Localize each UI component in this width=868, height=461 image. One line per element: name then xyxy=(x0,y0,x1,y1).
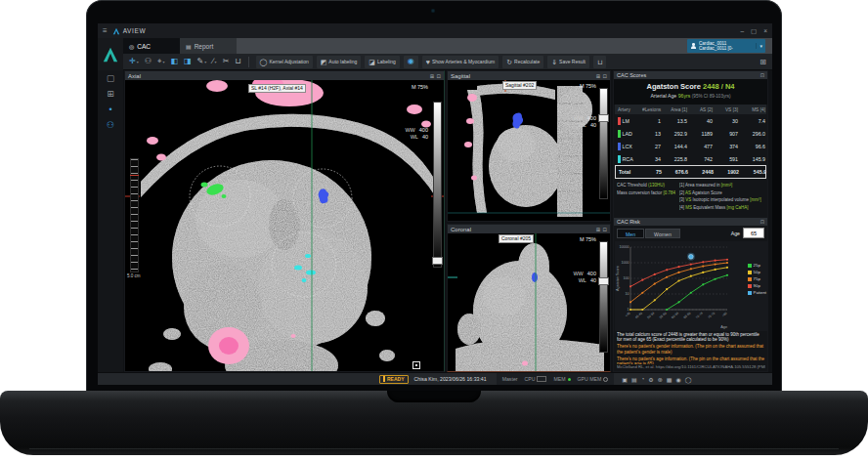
labeling-button[interactable]: ◪Labeling xyxy=(365,56,400,68)
flag-brush-tool[interactable]: ◨ xyxy=(182,56,194,68)
chevron-down-icon[interactable]: ▾ xyxy=(756,43,762,49)
coronal-image-area[interactable]: Coronal #205 M 75% WW400 WL40 xyxy=(448,233,610,371)
fullscreen-icon[interactable]: ⊡ xyxy=(436,73,441,79)
fullscreen-icon[interactable]: ⊡ xyxy=(602,227,607,232)
level-bar-handle[interactable] xyxy=(598,277,609,285)
axial-image-area[interactable]: SL #14 (H2F), Axial #14 M 75% WW400 WL40… xyxy=(125,80,444,371)
maximize-button[interactable]: ▢ xyxy=(751,27,757,35)
patient-info-icon[interactable]: ⚇ xyxy=(107,121,114,130)
save-result-button[interactable]: ⇓Save Result xyxy=(547,56,589,68)
chevron-down-icon[interactable]: ▾ xyxy=(162,60,164,64)
document-icon[interactable]: ▤ xyxy=(631,376,637,383)
gender-tab-women[interactable]: Women xyxy=(645,229,680,238)
popout-icon[interactable]: ⊞ xyxy=(596,227,601,232)
page: ≡ AVIEW – ▢ × ◎ CAC ▤ Report xyxy=(0,0,868,461)
table-cell: 225.8 xyxy=(664,156,690,162)
svg-text:45-49: 45-49 xyxy=(634,312,643,320)
viewport-axial[interactable]: Axial ⊞ ⊡ xyxy=(124,70,445,372)
capture-icon[interactable]: ▣ xyxy=(622,376,628,383)
legend-label: 50p xyxy=(754,270,760,274)
auto-labeling-button[interactable]: ◩Auto labeling xyxy=(317,56,362,68)
settings-icon[interactable]: ⚙ xyxy=(648,376,653,383)
axial-window-level-bar[interactable] xyxy=(433,102,442,268)
crosshair-tool[interactable]: ⌖▾ xyxy=(155,56,167,68)
screen-layout-icon[interactable]: ⊞ xyxy=(760,58,768,66)
expand-icon[interactable]: ⊡ xyxy=(760,72,764,78)
risk-chart: 110100100010000<4545-4950-5455-5960-6465… xyxy=(615,241,768,331)
close-button[interactable]: × xyxy=(763,27,767,35)
locator-box[interactable] xyxy=(412,361,420,369)
sagittal-window-level-bar[interactable] xyxy=(599,88,608,199)
popout-icon[interactable]: ⊞ xyxy=(430,73,435,79)
level-bar-handle[interactable] xyxy=(598,114,609,122)
main-toolbar: ✛▾⚇⌖▾◧◨✎▾∕▾✂⊔ ◯Kernel Adjustation◩Auto l… xyxy=(123,54,772,70)
coronal-window-level-bar[interactable] xyxy=(599,241,608,353)
chevron-down-icon[interactable]: ▾ xyxy=(137,60,139,64)
grid-view-layout-icon[interactable]: ⊞ xyxy=(107,90,114,99)
trash-button-icon: ⊔ xyxy=(597,59,602,65)
add-user-tool[interactable]: ⚇ xyxy=(143,56,153,68)
svg-text:75-79: 75-79 xyxy=(707,312,716,320)
sagittal-image-area[interactable]: Sagittal #202 M 75% WW400 WL40 xyxy=(448,80,610,221)
coronal-zoom-label: M 75% xyxy=(580,236,596,242)
chevron-down-icon[interactable]: ▾ xyxy=(215,60,217,64)
table-cell: 907 xyxy=(716,131,741,137)
pan-tool-icon: ✛ xyxy=(129,58,136,65)
minimize-button[interactable]: – xyxy=(740,27,744,35)
svg-text:Agatston Score: Agatston Score xyxy=(616,266,620,291)
patient-selector[interactable]: Cardiac_0011 Cardiac_0011 [0- ▾ xyxy=(687,39,765,53)
table-header-row: Artery#LesionsArea [1]AS [2]VS [3]MS [4] xyxy=(615,105,766,114)
cpu-indicator: CPU xyxy=(525,376,547,383)
pencil-tool[interactable]: ✎▾ xyxy=(195,56,209,68)
risk-message: There's no patient's age information. (T… xyxy=(617,356,765,364)
gpu-indicator: GPU MEM xyxy=(578,376,609,382)
scale-ruler[interactable] xyxy=(130,158,139,272)
power-icon[interactable]: ◯ xyxy=(685,376,692,383)
recalculate-button[interactable]: ↻Recalculate xyxy=(502,56,543,68)
viewport-sagittal[interactable]: Sagittal ⊞ ⊡ xyxy=(447,70,611,222)
ruler-position-marker[interactable] xyxy=(130,175,139,176)
show-arteries-button[interactable]: ♥Show Arteries & Myocardium xyxy=(422,56,499,68)
ai-toggle-button[interactable]: ◉ xyxy=(404,56,418,68)
svg-text:100: 100 xyxy=(624,276,629,280)
menu-icon[interactable]: ≡ xyxy=(103,26,108,35)
polygon-brush-tool[interactable]: ◧ xyxy=(168,56,180,68)
trash-button[interactable]: ⊔ xyxy=(593,56,606,68)
popout-icon[interactable]: ⊞ xyxy=(596,73,601,79)
cut-tool[interactable]: ✂ xyxy=(221,56,232,68)
age-input[interactable] xyxy=(743,228,764,238)
level-bar-handle[interactable] xyxy=(432,257,443,265)
table-cell: 13.5 xyxy=(664,118,690,124)
svg-text:<45: <45 xyxy=(625,312,631,318)
trash-tool[interactable]: ⊔ xyxy=(233,56,242,68)
table-cell: 2448 xyxy=(691,169,716,175)
table-row[interactable]: LM113.540307.4 xyxy=(615,114,766,127)
user-icon[interactable]: ◉ xyxy=(675,376,680,383)
expand-icon[interactable]: ⊡ xyxy=(760,219,764,225)
single-view-layout-icon[interactable]: ▢ xyxy=(107,74,115,83)
table-row[interactable]: RCA34225.8742591145.9 xyxy=(615,152,766,165)
viewport-coronal[interactable]: Coronal ⊞ ⊡ xyxy=(447,224,611,372)
table-header-cell: Area [1] xyxy=(664,107,690,112)
cac-scores-header: CAC Scores ⊡ xyxy=(614,71,767,79)
svg-text:1000: 1000 xyxy=(622,261,629,265)
pan-tool[interactable]: ✛▾ xyxy=(127,56,141,68)
citation[interactable]: McClelland RL, et al. https://doi.org/10… xyxy=(617,364,765,369)
history-icon[interactable]: ◔ xyxy=(641,376,645,383)
network-icon[interactable]: ⊛ xyxy=(658,376,663,383)
apps-icon[interactable]: ▦ xyxy=(667,376,673,383)
table-row[interactable]: LAD13292.91189907296.0 xyxy=(615,127,766,140)
kernel-adjustation-button[interactable]: ◯Kernel Adjustation xyxy=(256,56,313,68)
fullscreen-icon[interactable]: ⊡ xyxy=(602,73,607,79)
table-row[interactable]: LCX27144.447737496.6 xyxy=(615,140,766,152)
cac-table: Artery#LesionsArea [1]AS [2]VS [3]MS [4]… xyxy=(615,105,766,181)
chevron-down-icon[interactable]: ▾ xyxy=(204,60,206,64)
legend-item: 75p xyxy=(748,276,766,281)
patient-dot-icon[interactable]: • xyxy=(108,105,111,114)
tab-report[interactable]: ▤ Report xyxy=(180,38,237,54)
note-line: [3] VS Isotropic interpolated volume [mm… xyxy=(679,196,765,204)
tab-cac[interactable]: ◎ CAC xyxy=(123,38,180,54)
crosshair-tool-icon: ⌖ xyxy=(157,58,162,65)
measure-tool[interactable]: ∕▾ xyxy=(210,56,218,68)
gender-tab-men[interactable]: Men xyxy=(617,229,644,238)
